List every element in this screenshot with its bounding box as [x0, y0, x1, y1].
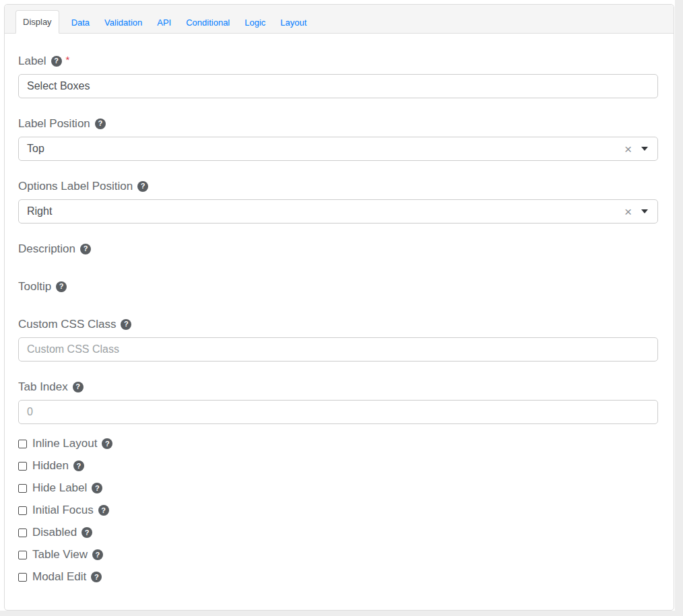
- field-group-custom-css-class: Custom CSS Class ?: [18, 318, 658, 362]
- help-icon[interactable]: ?: [91, 572, 102, 582]
- help-icon[interactable]: ?: [92, 549, 103, 560]
- tab-logic-label[interactable]: Logic: [237, 11, 273, 34]
- label-position-label: Label Position ?: [18, 117, 658, 130]
- tab-data[interactable]: Data: [64, 11, 97, 34]
- table-view-label-text: Table View: [32, 548, 88, 561]
- options-label-position-label: Options Label Position ?: [18, 180, 658, 193]
- custom-css-class-input[interactable]: [18, 337, 658, 362]
- label-input[interactable]: [18, 74, 658, 98]
- tab-conditional[interactable]: Conditional: [178, 11, 237, 34]
- field-group-label: Label ? *: [18, 55, 658, 98]
- description-label: Description ?: [18, 242, 658, 255]
- field-group-options-label-position: Options Label Position ? Right ×: [18, 180, 658, 224]
- description-label-text: Description: [18, 242, 75, 255]
- hidden-label: Hidden ?: [32, 459, 84, 473]
- modal-edit-label: Modal Edit ?: [32, 570, 102, 584]
- required-asterisk: *: [66, 56, 70, 64]
- disabled-label-text: Disabled: [32, 526, 77, 539]
- help-icon[interactable]: ?: [82, 527, 92, 538]
- inline-layout-label: Inline Layout ?: [32, 437, 112, 450]
- hide-label-label: Hide Label ?: [32, 481, 102, 495]
- hidden-label-text: Hidden: [32, 459, 69, 473]
- hide-label-checkbox[interactable]: [18, 484, 27, 493]
- help-icon[interactable]: ?: [92, 483, 102, 493]
- tab-index-input[interactable]: [18, 400, 658, 424]
- help-icon[interactable]: ?: [95, 118, 106, 129]
- help-icon[interactable]: ?: [73, 382, 84, 392]
- initial-focus-label: Initial Focus ?: [32, 504, 109, 517]
- caret-down-icon[interactable]: [641, 209, 648, 213]
- modal-edit-checkbox[interactable]: [18, 573, 27, 582]
- help-icon[interactable]: ?: [73, 460, 84, 471]
- field-group-label-position: Label Position ? Top ×: [18, 117, 658, 161]
- checkbox-row-hide-label: Hide Label ?: [18, 481, 658, 495]
- caret-down-icon[interactable]: [641, 147, 648, 151]
- tab-conditional-label[interactable]: Conditional: [178, 11, 237, 34]
- checkbox-row-inline-layout: Inline Layout ?: [18, 437, 658, 450]
- initial-focus-checkbox[interactable]: [18, 506, 27, 515]
- checkbox-row-table-view: Table View ?: [18, 548, 658, 561]
- inline-layout-label-text: Inline Layout: [32, 437, 97, 450]
- tab-layout[interactable]: Layout: [273, 11, 314, 34]
- help-icon[interactable]: ?: [102, 438, 112, 449]
- options-label-position-select[interactable]: Right ×: [18, 199, 658, 224]
- tab-list: Display Data Validation API Conditional …: [15, 10, 314, 34]
- tab-display-label[interactable]: Display: [15, 10, 59, 34]
- tooltip-label-text: Tooltip: [18, 280, 51, 293]
- tab-layout-label[interactable]: Layout: [273, 11, 314, 34]
- help-icon[interactable]: ?: [98, 505, 109, 516]
- field-group-tooltip: Tooltip ?: [18, 280, 658, 293]
- help-icon[interactable]: ?: [80, 244, 91, 254]
- tab-api[interactable]: API: [150, 11, 178, 34]
- inline-layout-checkbox[interactable]: [18, 440, 27, 448]
- help-icon[interactable]: ?: [121, 319, 131, 330]
- initial-focus-label-text: Initial Focus: [32, 504, 94, 517]
- label-field-label: Label ? *: [18, 55, 658, 67]
- custom-css-class-label-text: Custom CSS Class: [18, 318, 116, 331]
- disabled-label: Disabled ?: [32, 526, 92, 539]
- custom-css-class-label: Custom CSS Class ?: [18, 318, 658, 331]
- hide-label-label-text: Hide Label: [32, 481, 87, 495]
- options-label-position-label-text: Options Label Position: [18, 180, 133, 193]
- checkbox-row-disabled: Disabled ?: [18, 526, 658, 539]
- tab-logic[interactable]: Logic: [237, 11, 273, 34]
- table-view-checkbox[interactable]: [18, 551, 27, 559]
- display-tab-panel: Label ? * Label Position ? Top × Options…: [5, 34, 674, 584]
- label-field-label-text: Label: [18, 55, 46, 67]
- checkbox-row-initial-focus: Initial Focus ?: [18, 504, 658, 517]
- field-group-tab-index: Tab Index ?: [18, 380, 658, 424]
- tab-display[interactable]: Display: [15, 10, 59, 34]
- field-group-description: Description ?: [18, 242, 658, 255]
- help-icon[interactable]: ?: [51, 56, 62, 67]
- checkbox-row-hidden: Hidden ?: [18, 459, 658, 473]
- component-settings-card: Display Data Validation API Conditional …: [4, 4, 674, 611]
- tooltip-label: Tooltip ?: [18, 280, 658, 293]
- disabled-checkbox[interactable]: [18, 528, 27, 537]
- options-label-position-selected-value: Right: [27, 205, 624, 217]
- clear-selection-icon[interactable]: ×: [624, 143, 632, 156]
- tab-data-label[interactable]: Data: [64, 11, 97, 34]
- label-position-label-text: Label Position: [18, 117, 90, 130]
- checkbox-row-modal-edit: Modal Edit ?: [18, 570, 658, 584]
- hidden-checkbox[interactable]: [18, 462, 27, 471]
- modal-edit-label-text: Modal Edit: [32, 570, 86, 584]
- help-icon[interactable]: ?: [56, 281, 67, 292]
- help-icon[interactable]: ?: [137, 181, 148, 192]
- tab-index-label: Tab Index ?: [18, 380, 658, 393]
- label-position-selected-value: Top: [27, 143, 624, 155]
- tab-validation-label[interactable]: Validation: [97, 11, 150, 34]
- table-view-label: Table View ?: [32, 548, 103, 561]
- tab-index-label-text: Tab Index: [18, 380, 68, 393]
- label-position-select[interactable]: Top ×: [18, 137, 658, 161]
- tab-validation[interactable]: Validation: [97, 11, 150, 34]
- tab-api-label[interactable]: API: [150, 11, 178, 34]
- tab-bar: Display Data Validation API Conditional …: [5, 5, 674, 34]
- clear-selection-icon[interactable]: ×: [624, 205, 632, 218]
